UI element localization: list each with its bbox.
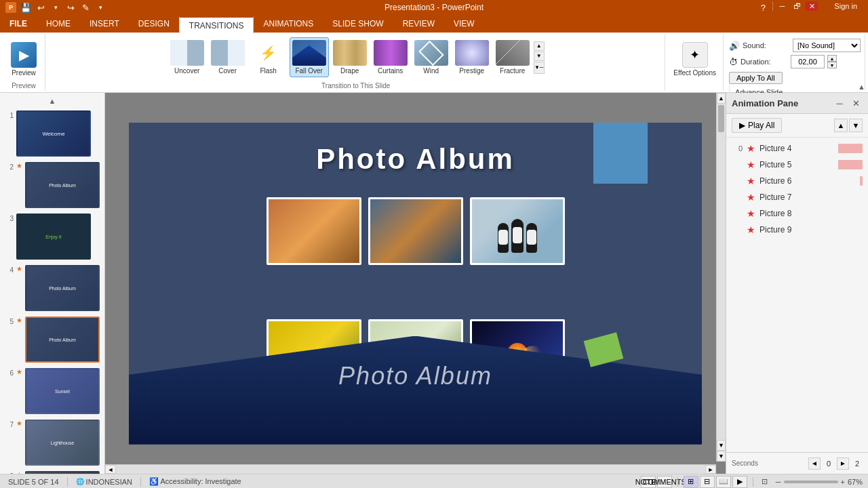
transition-wind[interactable]: Wind [412, 37, 451, 77]
anim-item-6[interactable]: ★ Picture 9 [726, 222, 868, 238]
vscroll-up[interactable]: ▲ [717, 93, 726, 104]
titlebar-left: P 💾 ↩ ▾ ↪ ✎ ▾ [5, 1, 107, 14]
save-button[interactable]: 💾 [19, 1, 33, 14]
slide-thumb-1[interactable]: 1 Welcome [3, 109, 102, 158]
anim-item-4[interactable]: ★ Picture 7 [726, 189, 868, 205]
slide-8-star: ★ [16, 471, 22, 474]
vscroll-track[interactable] [717, 104, 726, 440]
tab-view[interactable]: VIEW [444, 15, 484, 33]
anim-item-2[interactable]: ★ Picture 5 [726, 157, 868, 173]
tab-transitions[interactable]: TRANSITIONS [179, 16, 254, 34]
transition-fall-over[interactable]: Fall Over [290, 37, 329, 77]
slide-thumb-6[interactable]: 6 ★ Sunset [3, 367, 102, 415]
slide-thumb-4[interactable]: 4 ★ Photo Album [3, 264, 102, 312]
duration-up[interactable]: ▲ [827, 55, 837, 62]
undo-dropdown[interactable]: ▾ [49, 1, 62, 14]
transition-curtains[interactable]: Curtains [371, 37, 410, 77]
canvas-hscroll[interactable]: ◄ ► [105, 464, 716, 474]
animation-pane-minimize[interactable]: ─ [833, 97, 846, 109]
transition-cover[interactable]: Cover [208, 37, 248, 77]
view-slideshow-button[interactable]: ▶ [732, 476, 747, 488]
apply-to-all-row: Apply To All [729, 70, 861, 85]
scroll-down-arrow[interactable]: ▼ [534, 52, 545, 61]
animation-prev-button[interactable]: ▲ [834, 119, 848, 132]
scroll-up-arrow[interactable]: ▲ [534, 41, 545, 51]
animation-next-button[interactable]: ▼ [849, 119, 863, 132]
view-slidesorter-button[interactable]: ⊟ [700, 476, 715, 488]
slide-3-thumbnail: Enjoy It [16, 214, 91, 260]
anim-name-3: Picture 6 [760, 176, 856, 186]
undo-button[interactable]: ↩ [34, 1, 47, 14]
transition-flash[interactable]: ⚡ Flash [249, 37, 288, 77]
slide-panel-scroll-up[interactable]: ▲ [3, 96, 102, 106]
preview-button[interactable]: ▶ Preview [7, 39, 41, 79]
tab-review[interactable]: REVIEW [393, 15, 444, 33]
minimize-button[interactable]: ─ [776, 1, 788, 11]
tab-insert[interactable]: INSERT [80, 15, 129, 33]
transition-drape[interactable]: Drape [330, 37, 370, 77]
slide-thumb-2[interactable]: 2 ★ Photo Album [3, 161, 102, 209]
zoom-plus[interactable]: + [841, 478, 845, 486]
canvas-vscroll[interactable]: ▲ ▼ ▼ [716, 93, 726, 462]
sound-icon: 🔊 [729, 41, 740, 51]
slide-thumb-5[interactable]: 5 ★ Photo Album [3, 315, 102, 364]
anim-item-3[interactable]: ★ Picture 6 [726, 173, 868, 189]
customize-qat[interactable]: ✎ [79, 1, 92, 14]
close-button[interactable]: ✕ [806, 1, 818, 11]
transition-fracture[interactable]: Fracture [493, 37, 532, 77]
slide-thumb-3[interactable]: 3 Enjoy It [3, 212, 102, 261]
anim-name-6: Picture 9 [760, 225, 863, 235]
anim-star-6: ★ [747, 224, 755, 235]
zoom-minus[interactable]: ─ [776, 478, 781, 486]
tab-design[interactable]: DESIGN [129, 15, 179, 33]
view-reading-button[interactable]: 📖 [716, 476, 731, 488]
effect-options-button[interactable]: ✦ Effect Options [671, 39, 719, 79]
zoom-fit-button[interactable]: ⊡ [759, 476, 770, 487]
tab-slideshow[interactable]: SLIDE SHOW [323, 15, 393, 33]
drape-icon [333, 40, 367, 66]
anim-name-5: Picture 8 [760, 209, 863, 218]
anim-star-1: ★ [747, 143, 755, 154]
zoom-slider[interactable] [784, 481, 838, 483]
zoom-value[interactable]: 67% [848, 478, 863, 486]
restore-button[interactable]: 🗗 [791, 1, 803, 11]
photo-grid-top [267, 197, 565, 265]
anim-item-5[interactable]: ★ Picture 8 [726, 205, 868, 222]
tab-home[interactable]: HOME [37, 15, 80, 33]
redo-button[interactable]: ↪ [64, 1, 77, 14]
slide-thumb-7[interactable]: 7 ★ Lighthouse [3, 418, 102, 467]
transition-uncover[interactable]: Uncover [167, 37, 207, 77]
timeline-next[interactable]: ► [837, 458, 849, 470]
sound-select[interactable]: [No Sound] [793, 39, 861, 52]
slide-thumb-8[interactable]: 8 ★ Dragonfly [3, 470, 102, 474]
language-indicator[interactable]: 🌐 INDONESIAN [73, 477, 135, 487]
hscroll-left[interactable]: ◄ [105, 465, 116, 474]
duration-down[interactable]: ▼ [827, 62, 837, 68]
duration-input[interactable] [791, 55, 825, 68]
tab-file[interactable]: FILE [0, 15, 37, 33]
hscroll-track[interactable] [116, 465, 705, 474]
timeline-prev[interactable]: ◄ [808, 458, 821, 470]
vscroll-thumb[interactable] [718, 105, 724, 132]
transition-prestige[interactable]: Prestige [452, 37, 492, 77]
tab-animations[interactable]: ANIMATIONS [254, 15, 323, 33]
main-area: ▲ 1 Welcome 2 ★ Photo Album 3 Enjoy It 4… [0, 93, 868, 474]
comments-button[interactable]: COMMENTS [657, 476, 672, 488]
vscroll-down2[interactable]: ▼ [717, 451, 726, 462]
play-all-button[interactable]: ▶ Play All [732, 118, 782, 133]
ribbon-collapse-button[interactable]: ▲ [858, 83, 865, 91]
sign-in-button[interactable]: Sign in [829, 1, 863, 11]
animation-pane-close[interactable]: ✕ [849, 97, 863, 109]
customize-dropdown[interactable]: ▾ [94, 1, 107, 14]
scroll-more-arrow[interactable]: ▼─ [534, 62, 545, 74]
cover-icon [211, 40, 245, 66]
apply-to-all-button[interactable]: Apply To All [729, 72, 783, 84]
help-button[interactable]: ? [756, 1, 770, 14]
vscroll-down[interactable]: ▼ [717, 440, 726, 451]
accessibility-indicator[interactable]: ♿ Accessibility: Investigate [146, 476, 244, 487]
animation-pane: Animation Pane ─ ✕ ▶ Play All ▲ ▼ 0 ★ Pi… [726, 93, 868, 474]
view-normal-button[interactable]: ⊞ [684, 476, 698, 488]
hscroll-right[interactable]: ► [705, 465, 716, 474]
anim-item-1[interactable]: 0 ★ Picture 4 [726, 140, 868, 157]
slide-title: Photo Album [316, 143, 515, 176]
